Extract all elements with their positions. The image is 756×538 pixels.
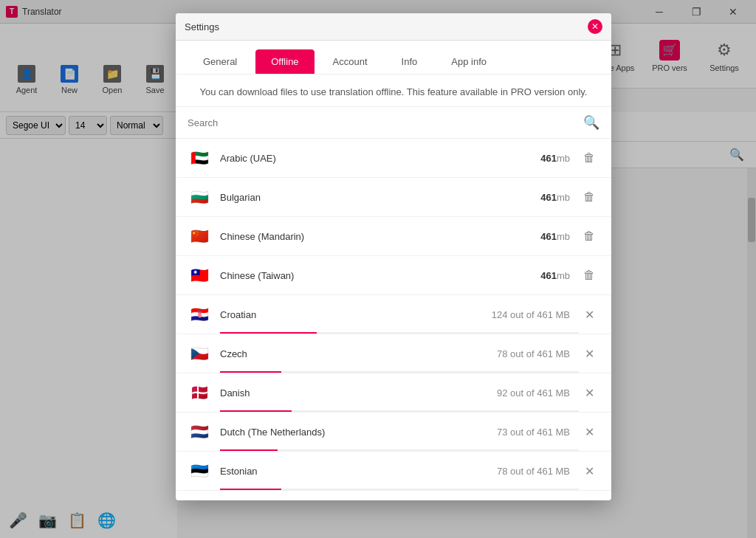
delete-language-button[interactable]: 🗑 (579, 148, 599, 168)
language-size: 461mb (540, 231, 570, 242)
download-progress-bar (220, 449, 579, 451)
language-flag: 🇦🇪 (188, 146, 211, 170)
search-input[interactable] (188, 117, 577, 128)
language-size: 461mb (540, 192, 570, 203)
download-progress-bar (220, 410, 579, 412)
language-list-item: 🇦🇪Arabic (UAE)461mb🗑 (176, 139, 611, 178)
delete-language-button[interactable]: 🗑 (579, 265, 599, 286)
language-flag: 🇨🇿 (188, 342, 211, 365)
language-list-item: 🇳🇱Dutch (The Netherlands)73 out of 461 M… (176, 413, 611, 452)
language-name: Chinese (Taiwan) (220, 270, 532, 281)
dialog-close-button[interactable]: ✕ (588, 19, 602, 34)
cancel-download-button[interactable]: ✕ (579, 343, 599, 364)
cancel-download-button[interactable]: ✕ (579, 382, 599, 403)
language-size: 461mb (540, 153, 570, 164)
download-progress-bar (220, 489, 579, 490)
language-name: Czech (220, 348, 488, 359)
cancel-download-button[interactable]: ✕ (579, 304, 599, 325)
language-size: 78 out of 461 MB (497, 466, 570, 477)
language-name: Chinese (Mandarin) (220, 231, 532, 242)
download-progress-fill (220, 332, 317, 334)
language-size: 73 out of 461 MB (497, 427, 570, 438)
language-list-item: 🇨🇳Chinese (Mandarin)461mb🗑 (176, 217, 611, 256)
cancel-download-button[interactable]: ✕ (579, 421, 599, 442)
search-icon: 🔍 (583, 114, 599, 131)
language-list-item: 🇨🇿Czech78 out of 461 MB✕ (176, 334, 611, 373)
tab-info[interactable]: Info (386, 49, 433, 74)
language-size: 78 out of 461 MB (497, 348, 570, 359)
language-list-item: 🇩🇰Danish92 out of 461 MB✕ (176, 373, 611, 413)
download-progress-bar (220, 371, 579, 373)
language-list: 🇦🇪Arabic (UAE)461mb🗑🇧🇬Bulgarian461mb🗑🇨🇳C… (176, 139, 611, 500)
language-flag: 🇹🇼 (188, 263, 211, 287)
language-name: Bulgarian (220, 192, 532, 203)
delete-language-button[interactable]: 🗑 (579, 226, 599, 246)
language-size: 124 out of 461 MB (492, 309, 570, 320)
language-flag: 🇩🇰 (188, 381, 211, 404)
language-flag: 🇧🇬 (188, 185, 211, 209)
download-progress-fill (220, 410, 292, 412)
language-name: Danish (220, 387, 488, 399)
cancel-download-button[interactable]: ✕ (579, 461, 599, 481)
tab-general[interactable]: General (188, 49, 252, 74)
dialog-titlebar: Settings ✕ (176, 13, 611, 41)
delete-language-button[interactable]: 🗑 (579, 187, 599, 207)
tab-account[interactable]: Account (317, 49, 383, 74)
offline-info-text: You can download files to use translatio… (176, 75, 611, 107)
language-list-item: 🇭🇷Croatian124 out of 461 MB✕ (176, 295, 611, 334)
download-progress-fill (220, 449, 278, 451)
language-name: Croatian (220, 309, 483, 320)
settings-dialog: Settings ✕ General Offline Account Info … (176, 13, 611, 500)
language-list-item: 🇪🇪Estonian78 out of 461 MB✕ (176, 452, 611, 491)
tab-app-info[interactable]: App info (436, 49, 502, 74)
download-progress-fill (220, 371, 281, 373)
language-flag: 🇨🇳 (188, 224, 211, 248)
settings-tabs: General Offline Account Info App info (176, 41, 611, 75)
download-progress-bar (220, 332, 579, 334)
language-flag: 🇪🇪 (188, 459, 211, 483)
language-list-item: 🇹🇼Chinese (Taiwan)461mb🗑 (176, 256, 611, 295)
language-size: 461mb (540, 270, 570, 281)
language-name: Estonian (220, 466, 488, 477)
language-name: Dutch (The Netherlands) (220, 427, 488, 438)
download-progress-fill (220, 489, 281, 490)
search-bar: 🔍 (176, 107, 611, 139)
language-flag: 🇳🇱 (188, 420, 211, 444)
language-name: Arabic (UAE) (220, 153, 532, 164)
language-flag: 🇭🇷 (188, 303, 211, 326)
language-size: 92 out of 461 MB (497, 387, 570, 399)
tab-offline[interactable]: Offline (255, 49, 314, 74)
dialog-title: Settings (185, 21, 219, 32)
language-list-item: 🇧🇬Bulgarian461mb🗑 (176, 178, 611, 217)
